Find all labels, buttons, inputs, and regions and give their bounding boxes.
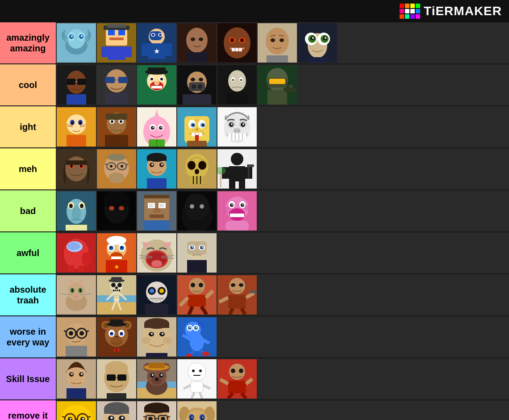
tier-items-s: ★ (56, 22, 509, 63)
tier-item[interactable] (97, 359, 136, 399)
svg-point-313 (79, 289, 81, 292)
svg-rect-240 (144, 195, 169, 198)
tier-item[interactable] (177, 401, 217, 420)
tier-label-a: cool (0, 64, 56, 105)
tier-item[interactable] (57, 359, 96, 399)
tier-item[interactable] (177, 317, 217, 357)
tier-item[interactable] (177, 233, 217, 273)
tier-item[interactable] (258, 65, 297, 105)
tier-label-b: ight (0, 106, 56, 147)
svg-rect-42 (235, 48, 238, 51)
svg-point-147 (192, 124, 195, 126)
tier-item[interactable] (137, 107, 176, 147)
tier-row-h: Skill Issue (0, 358, 509, 400)
svg-rect-368 (250, 290, 257, 293)
svg-point-175 (70, 165, 73, 168)
tier-item[interactable] (57, 65, 96, 105)
svg-point-377 (79, 331, 84, 336)
svg-rect-354 (188, 295, 206, 307)
tier-item[interactable]: ★ (97, 233, 136, 273)
header: TiERMAKER (0, 0, 509, 22)
logo-title: TiERMAKER (424, 4, 502, 18)
svg-rect-11 (108, 30, 115, 35)
tier-item[interactable] (57, 317, 96, 357)
tier-item[interactable] (137, 275, 176, 315)
tier-item[interactable] (298, 23, 337, 63)
tier-item[interactable] (217, 23, 257, 63)
tier-item[interactable] (57, 401, 96, 420)
tier-item[interactable] (217, 107, 257, 147)
tier-item[interactable] (258, 23, 297, 63)
tier-item[interactable] (97, 23, 136, 63)
tier-items-c (56, 148, 509, 189)
tier-row-a: cool (0, 64, 509, 106)
svg-point-486 (82, 418, 84, 420)
svg-rect-22 (142, 43, 150, 56)
svg-rect-177 (66, 160, 87, 165)
tier-item[interactable] (97, 149, 136, 189)
tier-item[interactable] (137, 317, 176, 357)
tier-item[interactable] (57, 23, 96, 63)
tier-item[interactable] (177, 191, 217, 231)
svg-rect-213 (239, 181, 245, 189)
tier-item[interactable] (177, 23, 217, 63)
tier-row-f: absolute traah (0, 274, 509, 316)
tier-item[interactable] (97, 107, 136, 147)
tier-item[interactable] (137, 191, 176, 231)
svg-rect-105 (289, 85, 292, 88)
svg-rect-386 (110, 319, 123, 325)
logo-cell (400, 4, 404, 8)
svg-point-416 (196, 327, 197, 328)
tier-item[interactable] (57, 191, 96, 231)
svg-point-322 (117, 283, 122, 287)
tier-item[interactable] (217, 191, 257, 231)
tier-item[interactable] (177, 359, 217, 399)
tier-item[interactable] (57, 149, 96, 189)
svg-point-269 (107, 236, 126, 245)
svg-rect-123 (105, 135, 128, 147)
svg-rect-68 (105, 77, 115, 83)
tier-item[interactable] (57, 233, 96, 273)
tier-item[interactable] (177, 107, 217, 147)
tier-item[interactable] (137, 149, 176, 189)
tier-item[interactable] (97, 401, 136, 420)
svg-point-76 (154, 81, 159, 85)
svg-point-186 (121, 165, 123, 168)
svg-rect-124 (106, 113, 127, 120)
tier-item[interactable] (177, 65, 217, 105)
svg-point-8 (81, 35, 83, 37)
svg-point-403 (162, 333, 163, 335)
tier-item[interactable]: ★ (137, 23, 176, 63)
tier-item[interactable] (217, 275, 257, 315)
logo-cell (416, 4, 420, 8)
svg-line-290 (139, 258, 152, 258)
tier-item[interactable] (57, 107, 96, 147)
tier-item[interactable] (137, 401, 176, 420)
tier-item[interactable] (177, 275, 217, 315)
tier-item[interactable] (217, 65, 257, 105)
svg-rect-265 (68, 265, 75, 273)
tier-item[interactable] (97, 275, 136, 315)
svg-point-257 (224, 206, 231, 214)
tier-item[interactable] (97, 317, 136, 357)
tier-item[interactable] (97, 191, 136, 231)
svg-rect-17 (101, 46, 108, 57)
tier-item[interactable] (137, 65, 176, 105)
svg-point-453 (152, 374, 154, 376)
svg-rect-102 (269, 79, 285, 84)
tier-item[interactable] (137, 359, 176, 399)
svg-point-458 (188, 363, 206, 381)
tier-item[interactable] (97, 65, 136, 105)
svg-rect-436 (107, 374, 116, 381)
tier-item[interactable] (177, 149, 217, 189)
tiermaker-logo: TiERMAKER (400, 4, 502, 19)
svg-rect-408 (146, 353, 167, 357)
tier-item[interactable] (57, 275, 96, 315)
svg-rect-250 (230, 214, 244, 217)
tier-item[interactable] (217, 359, 257, 399)
tier-item[interactable] (137, 233, 176, 273)
svg-rect-48 (267, 55, 288, 63)
svg-rect-328 (114, 292, 119, 301)
tier-item[interactable] (217, 149, 257, 189)
logo-cell (405, 4, 409, 8)
